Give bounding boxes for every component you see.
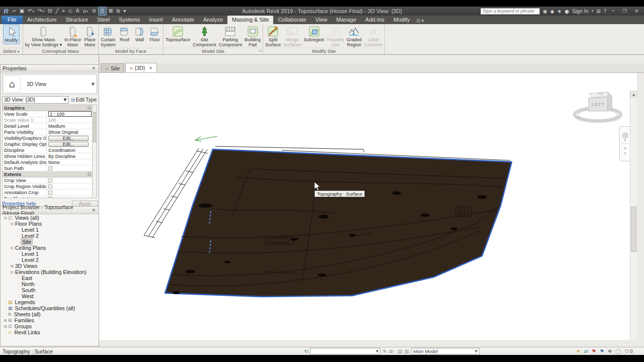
- wall-button[interactable]: Wall: [132, 25, 147, 43]
- checkbox[interactable]: [48, 185, 52, 189]
- close-button[interactable]: ✕: [632, 9, 641, 14]
- view-tab-site[interactable]: ▱Site: [101, 63, 124, 72]
- checkbox[interactable]: [48, 178, 52, 183]
- browser-item-level-1[interactable]: ·Level 1: [1, 227, 98, 233]
- ribbon-tab-systems[interactable]: Systems: [114, 16, 144, 24]
- workset-status-icon[interactable]: ⚑: [600, 348, 604, 354]
- ribbon-tab-file[interactable]: File: [2, 16, 23, 24]
- editable-only-icon[interactable]: ▥: [405, 348, 409, 354]
- browser-item-revit-links[interactable]: ·∞Revit Links: [1, 329, 98, 335]
- toposurface-button[interactable]: Toposurface: [165, 25, 191, 43]
- app-store-icon[interactable]: ⊞: [596, 9, 600, 14]
- default-3d-view-icon[interactable]: ⌂▾: [82, 7, 90, 16]
- steering-wheel-icon[interactable]: ◎: [622, 132, 628, 138]
- redo-icon[interactable]: ↷▾: [36, 7, 46, 16]
- browser-item-level-2[interactable]: ·Level 2: [1, 257, 98, 263]
- drawing-view[interactable]: Topography : Surface LEFT ◦ ◎: [99, 73, 637, 340]
- editing-requests-icon[interactable]: ⇄: [584, 348, 588, 354]
- workset-select[interactable]: Main Model ▼: [411, 348, 479, 354]
- edit-button[interactable]: Edit...: [48, 136, 89, 141]
- close-view-tab-icon[interactable]: ✕: [149, 66, 152, 70]
- browser-item-north[interactable]: ·North: [1, 281, 98, 287]
- parking-component-button[interactable]: ParkingComponent: [218, 25, 244, 48]
- graded-region-button[interactable]: GradedRegion: [346, 25, 363, 48]
- worksets-icon[interactable]: ▤: [397, 348, 402, 354]
- edit-button[interactable]: Edit...: [48, 142, 89, 147]
- ribbon-tab-annotate[interactable]: Annotate: [168, 16, 199, 24]
- sign-in-button[interactable]: Sign In: [572, 8, 589, 14]
- toposurface-surface[interactable]: [165, 149, 512, 297]
- section-collapse-icon[interactable]: ☖: [88, 172, 91, 176]
- checkbox[interactable]: [48, 191, 52, 195]
- exclude-options-icon[interactable]: ✎: [382, 348, 386, 354]
- browser-item-families[interactable]: ⊞⊞Families: [1, 317, 98, 323]
- ribbon-tab-architecture[interactable]: Architecture: [23, 16, 61, 24]
- vertical-scrollbar[interactable]: ▲ ▼: [630, 91, 637, 340]
- switch-windows-icon[interactable]: ⧉: [115, 7, 121, 15]
- design-options-icon[interactable]: ⟲: [304, 348, 308, 354]
- type-selector-dropdown-icon[interactable]: ▼: [92, 82, 95, 86]
- subregion-button[interactable]: Subregion: [303, 25, 326, 43]
- measure-icon[interactable]: ╱: [54, 7, 60, 15]
- filter-icon[interactable]: ▽:0: [625, 348, 633, 354]
- section-collapse-icon[interactable]: ☖: [88, 106, 91, 110]
- browser-item-groups[interactable]: ⊞⊡Groups: [1, 323, 98, 329]
- plus-expander-icon[interactable]: ⊞: [3, 318, 8, 323]
- properties-header[interactable]: Properties ✕: [1, 65, 99, 72]
- minus-expander-icon[interactable]: ⊟: [10, 246, 14, 250]
- ribbon-tab-insert[interactable]: Insert: [144, 16, 168, 24]
- search-icon[interactable]: ◉: [543, 9, 547, 14]
- vertical-scroll-thumb[interactable]: [631, 207, 636, 252]
- browser-item-level-2[interactable]: ·Level 2: [1, 233, 98, 239]
- checkbox[interactable]: [48, 197, 52, 199]
- aligned-dimension-icon[interactable]: ⌖: [60, 7, 66, 15]
- minimize-button[interactable]: ─: [609, 9, 617, 14]
- ribbon-tab-manage[interactable]: Manage: [332, 16, 361, 24]
- wheel-dropdown-icon[interactable]: ▾: [624, 138, 626, 142]
- browser-item-level-1[interactable]: ·Level 1: [1, 251, 98, 257]
- browser-item-floor-plans[interactable]: ⊟Floor Plans: [1, 221, 98, 227]
- search-input[interactable]: [480, 8, 540, 15]
- browser-item-legends[interactable]: ·▤Legends: [1, 299, 98, 305]
- ribbon-tab-view[interactable]: View: [311, 16, 332, 24]
- browser-item-views-all-[interactable]: ⊟◱Views (all): [1, 215, 98, 221]
- select-toggle-icon[interactable]: ✥: [608, 348, 612, 354]
- help-icon[interactable]: ?: [604, 9, 606, 14]
- building-pad-button[interactable]: BuildingPad: [244, 25, 262, 48]
- browser-item-sheets-all-[interactable]: ·⧉Sheets (all): [1, 311, 98, 317]
- browser-item-3d-views[interactable]: ⊞3D Views: [1, 263, 98, 269]
- ribbon-tab-modify[interactable]: Modify: [389, 16, 414, 24]
- ribbon-tab-analyze[interactable]: Analyze: [199, 16, 227, 24]
- floor-button[interactable]: Floor: [147, 25, 162, 43]
- minus-expander-icon[interactable]: ⊟: [10, 222, 14, 226]
- curtain-system-button[interactable]: CurtainSystem: [100, 25, 117, 48]
- plus-expander-icon[interactable]: ⊞: [10, 264, 14, 268]
- signin-dropdown-icon[interactable]: ▾: [592, 9, 594, 13]
- revit-logo-icon[interactable]: R: [2, 8, 10, 15]
- site-component-button[interactable]: SiteComponent: [192, 25, 217, 48]
- place-mass-button[interactable]: PlaceMass: [83, 25, 97, 48]
- restore-button[interactable]: ❐: [620, 9, 629, 14]
- save-icon[interactable]: ▣: [18, 7, 26, 15]
- minus-expander-icon[interactable]: ⊟: [3, 216, 8, 220]
- view-scale-input[interactable]: 1 : 100: [48, 111, 92, 117]
- view-selector-dropdown-icon[interactable]: ▼: [63, 98, 66, 102]
- browser-item-south[interactable]: ·South: [1, 287, 98, 293]
- ribbon-tab-steel[interactable]: Steel: [93, 16, 114, 24]
- checkbox[interactable]: [48, 166, 52, 170]
- view-tab-3d[interactable]: ⌂{3D}✕: [125, 63, 157, 72]
- properties-close-icon[interactable]: ✕: [91, 66, 97, 71]
- zoom-icon[interactable]: ⌕: [623, 145, 626, 151]
- undo-icon[interactable]: ↶▾: [26, 7, 36, 16]
- scroll-up-icon[interactable]: ▲: [630, 91, 637, 98]
- viewcube[interactable]: LEFT: [572, 85, 627, 126]
- browser-item-elevations-building-elevation-[interactable]: ⊟Elevations (Building Elevation): [1, 269, 98, 275]
- browser-item-schedules-quantities-all-[interactable]: ·▦Schedules/Quantities (all): [1, 305, 98, 311]
- minus-expander-icon[interactable]: ⊟: [10, 270, 14, 275]
- ribbon-tab-massing-site[interactable]: Massing & Site: [227, 16, 273, 24]
- project-browser-header[interactable]: Project Browser - Toposurface (House Fin…: [1, 207, 99, 214]
- ribbon-tab-structure[interactable]: Structure: [61, 16, 93, 24]
- worksharing-display-icon[interactable]: ☀: [576, 348, 581, 354]
- avatar-icon[interactable]: ●: [565, 9, 569, 14]
- design-options-select[interactable]: ▼: [310, 348, 380, 354]
